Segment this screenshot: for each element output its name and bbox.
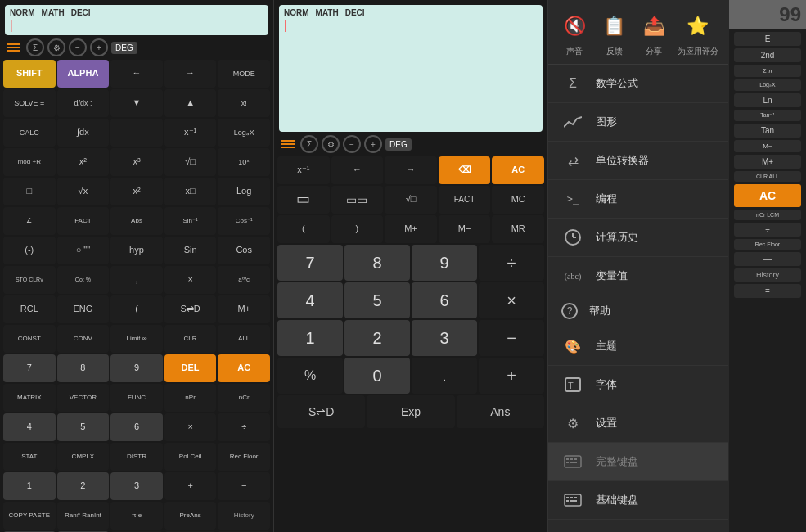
strip-ln[interactable]: Ln [734, 93, 801, 107]
strip-e[interactable]: E [734, 32, 801, 46]
menu-font[interactable]: T 字体 [548, 366, 728, 404]
mod-button[interactable]: mod +R [3, 148, 56, 176]
right-btn-9[interactable]: 9 [412, 245, 477, 281]
shift-button[interactable]: SHIFT [3, 60, 56, 88]
ran-button[interactable]: Ran# RanInt [57, 502, 110, 530]
left-menu-icon[interactable] [5, 38, 23, 56]
menu-graph[interactable]: 图形 [548, 103, 728, 142]
strip-ncrlcm[interactable]: nCr LCM [734, 210, 801, 220]
times-button[interactable]: × [164, 413, 217, 441]
plus-button-left[interactable]: + [164, 472, 217, 500]
right-mminus[interactable]: M− [439, 215, 491, 243]
btn-7[interactable]: 7 [3, 354, 56, 382]
btn-1[interactable]: 1 [3, 472, 56, 500]
angle-button[interactable]: ∠ [3, 207, 56, 235]
right-deg-button[interactable]: DEG [385, 138, 412, 151]
ddx-button[interactable]: d/dx : [57, 89, 110, 117]
strip-taninv[interactable]: Tan⁻¹ [734, 110, 801, 121]
down-arrow-button[interactable]: ▼ [110, 89, 163, 117]
sid-button[interactable]: S⇌D [164, 295, 217, 323]
del-button[interactable]: DEL [164, 354, 217, 382]
alpha-button[interactable]: ALPHA [57, 60, 110, 88]
cos-button[interactable]: Cos [218, 237, 270, 264]
stat-button[interactable]: STAT [3, 443, 56, 471]
right-xinv-button[interactable]: x⁻¹ [277, 156, 330, 184]
menu-sound[interactable]: 🔇 声音 [558, 10, 591, 57]
right-right-arrow[interactable]: → [385, 156, 437, 184]
cmplx-button[interactable]: CMPLX [57, 443, 110, 471]
menu-calc-history[interactable]: 计算历史 [548, 219, 728, 257]
left-settings-icon[interactable]: ⚙ [47, 38, 65, 56]
btn-4[interactable]: 4 [3, 413, 56, 441]
right-btn-7[interactable]: 7 [277, 245, 343, 281]
menu-basic-keyboard[interactable]: 基础键盘 [548, 481, 728, 520]
right-backspace[interactable]: ⌫ [439, 156, 491, 184]
right-btn-2[interactable]: 2 [344, 320, 410, 356]
vector-button[interactable]: VECTOR [57, 384, 110, 412]
x2-button[interactable]: x² [57, 148, 110, 176]
btn-9[interactable]: 9 [110, 354, 163, 382]
right-btn-1[interactable]: 1 [277, 320, 343, 356]
calc-button[interactable]: CALC [3, 119, 56, 147]
func-button[interactable]: FUNC [110, 384, 163, 412]
right-div[interactable]: ÷ [479, 245, 544, 281]
x3-button[interactable]: x³ [110, 148, 163, 176]
btn-8[interactable]: 8 [57, 354, 110, 382]
left-minus-icon[interactable]: − [69, 38, 87, 56]
strip-logax[interactable]: LogₐX [734, 79, 801, 91]
neg-button[interactable]: (-) [3, 237, 56, 264]
x-fact-button[interactable]: x! [218, 89, 270, 117]
right-percent[interactable]: % [277, 358, 343, 394]
right-sigma-icon[interactable]: Σ [300, 135, 318, 153]
menu-settings[interactable]: ⚙ 设置 [548, 404, 728, 443]
right-left-arrow[interactable]: ← [331, 156, 384, 184]
menu-unit-converter[interactable]: ⇄ 单位转换器 [548, 142, 728, 180]
right-minus-icon[interactable]: − [343, 135, 361, 153]
menu-share[interactable]: 📤 分享 [637, 10, 670, 57]
right-ans-button[interactable]: Ans [457, 395, 544, 428]
right-settings-icon[interactable]: ⚙ [322, 135, 340, 153]
pow-button[interactable]: aᵇ/c [218, 266, 270, 294]
log-a-button[interactable]: LogₐX [218, 119, 270, 147]
right-ac-button[interactable]: AC [492, 156, 544, 184]
menu-full-keyboard[interactable]: 完整键盘 [548, 443, 728, 481]
btn-6[interactable]: 6 [110, 413, 163, 441]
btn-5[interactable]: 5 [57, 413, 110, 441]
pol-button[interactable]: Pol Ceil [164, 443, 217, 471]
strip-equals[interactable]: = [734, 284, 801, 298]
up-arrow-button[interactable]: ▲ [164, 89, 217, 117]
pi-button[interactable]: π e [110, 502, 163, 530]
ncr-button[interactable]: nCr [218, 384, 270, 412]
right-dot[interactable]: . [412, 358, 477, 394]
right-frac1[interactable]: ▭ [277, 186, 330, 214]
strip-mminus[interactable]: M− [734, 140, 801, 152]
solve-button[interactable]: SOLVE = [3, 89, 56, 117]
strip-mplus[interactable]: M+ [734, 155, 801, 169]
right-exp-button[interactable]: Exp [367, 395, 454, 428]
left-plus-icon[interactable]: + [90, 38, 108, 56]
mode-button[interactable]: MODE [218, 60, 270, 88]
strip-divide[interactable]: ÷ [734, 223, 801, 237]
right-open-paren[interactable]: ( [277, 215, 330, 243]
right-close-paren[interactable]: ) [331, 215, 384, 243]
cot-button[interactable]: Cot % [57, 266, 110, 294]
menu-help[interactable]: ? 帮助 [548, 295, 728, 327]
box-button[interactable]: □ [3, 178, 56, 205]
right-frac2[interactable]: ▭▭ [331, 186, 384, 214]
hyp-button[interactable]: hyp [110, 237, 163, 264]
integral-button[interactable]: ∫dx [57, 119, 110, 147]
minus-button-left[interactable]: − [218, 472, 270, 500]
quote-button[interactable]: ○ "" [57, 237, 110, 264]
npr-button[interactable]: nPr [164, 384, 217, 412]
btn-2[interactable]: 2 [57, 472, 110, 500]
right-btn-0[interactable]: 0 [344, 358, 410, 394]
distr-button[interactable]: DISTR [110, 443, 163, 471]
ac-button-left[interactable]: AC [218, 354, 270, 382]
matrix-button[interactable]: MATRIX [3, 384, 56, 412]
preAns-button[interactable]: PreAns [164, 502, 217, 530]
sin-inv-button[interactable]: Sin⁻¹ [164, 207, 217, 235]
right-times[interactable]: × [479, 282, 544, 318]
sin-button[interactable]: Sin [164, 237, 217, 264]
rec-button[interactable]: Rec Floor [218, 443, 270, 471]
comma-button[interactable]: , [110, 266, 163, 294]
